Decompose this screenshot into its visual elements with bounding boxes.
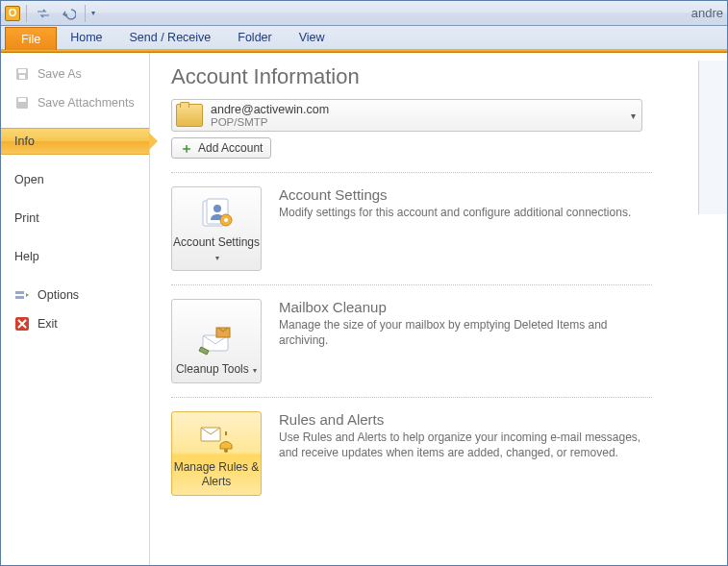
account-settings-button[interactable]: Account Settings ▾	[171, 186, 262, 271]
preview-thumbnail-strip	[698, 61, 727, 214]
section-description: Manage the size of your mailbox by empty…	[279, 317, 652, 348]
account-email: andre@activewin.com	[211, 103, 329, 116]
save-icon	[14, 66, 30, 82]
nav-label: Info	[14, 135, 35, 148]
button-label: Account Settings ▾	[172, 235, 261, 264]
nav-label: Exit	[38, 317, 58, 331]
svg-point-12	[224, 218, 228, 222]
cleanup-tools-icon	[197, 324, 236, 358]
section-description: Modify settings for this account and con…	[279, 205, 652, 220]
qat-customize-toggle[interactable]: ▾	[91, 9, 95, 17]
backstage-nav: Save As Save Attachments Info Open Print…	[1, 53, 150, 565]
undo-icon	[61, 6, 76, 21]
nav-print[interactable]: Print	[1, 205, 149, 232]
nav-label: Help	[14, 250, 39, 263]
attachment-icon	[14, 95, 30, 111]
nav-label: Open	[14, 173, 44, 186]
svg-point-10	[213, 205, 221, 212]
title-bar: O ▾ andre	[1, 1, 727, 26]
ribbon-tab-file[interactable]: File	[5, 27, 57, 50]
chevron-down-icon: ▾	[631, 111, 636, 121]
folder-icon	[176, 104, 203, 127]
svg-rect-4	[18, 98, 26, 102]
account-protocol: POP/SMTP	[211, 116, 329, 128]
nav-exit[interactable]: Exit	[1, 310, 149, 337]
nav-save-attachments: Save Attachments	[1, 89, 149, 116]
window-title: andre	[691, 6, 727, 20]
section-divider	[171, 397, 652, 398]
svg-rect-2	[19, 75, 25, 79]
section-divider	[171, 284, 652, 285]
nav-options[interactable]: Options	[1, 282, 149, 308]
nav-label: Save Attachments	[38, 96, 135, 110]
section-divider	[171, 172, 652, 173]
svg-rect-6	[15, 296, 24, 299]
nav-label: Options	[38, 288, 79, 302]
send-receive-icon	[36, 6, 51, 21]
qat-separator	[26, 5, 27, 22]
svg-rect-17	[225, 431, 227, 435]
account-text: andre@activewin.com POP/SMTP	[211, 103, 329, 128]
ribbon-tab-view[interactable]: View	[286, 26, 339, 49]
svg-point-16	[224, 449, 228, 453]
svg-rect-14	[216, 328, 230, 337]
nav-help[interactable]: Help	[1, 243, 149, 270]
page-title: Account Information	[171, 64, 706, 89]
account-picker[interactable]: andre@activewin.com POP/SMTP ▾	[171, 99, 642, 132]
nav-open[interactable]: Open	[1, 166, 149, 193]
add-account-label: Add Account	[198, 141, 263, 155]
add-account-button[interactable]: ＋ Add Account	[171, 137, 271, 159]
nav-save-as: Save As	[1, 61, 149, 87]
chevron-down-icon: ▾	[251, 366, 257, 375]
svg-rect-1	[18, 69, 26, 73]
cleanup-tools-button[interactable]: Cleanup Tools ▾	[171, 299, 262, 383]
manage-rules-alerts-button[interactable]: Manage Rules & Alerts	[171, 411, 262, 496]
quick-access-toolbar: O ▾	[5, 3, 95, 24]
button-label: Manage Rules & Alerts	[172, 460, 261, 489]
section-mailbox-cleanup: Cleanup Tools ▾ Mailbox Cleanup Manage t…	[171, 299, 652, 383]
ribbon-tab-send-receive[interactable]: Send / Receive	[116, 26, 225, 49]
section-description: Use Rules and Alerts to help organize yo…	[279, 430, 652, 460]
nav-info[interactable]: Info	[1, 128, 149, 155]
plus-icon: ＋	[180, 141, 193, 155]
options-icon	[14, 287, 30, 303]
backstage-view: Save As Save Attachments Info Open Print…	[1, 53, 727, 565]
section-rules-alerts: Manage Rules & Alerts Rules and Alerts U…	[171, 411, 652, 496]
ribbon-tab-home[interactable]: Home	[57, 26, 115, 49]
ribbon-tab-strip: File Home Send / Receive Folder View	[1, 26, 727, 50]
section-title: Account Settings	[279, 186, 652, 203]
button-label: Cleanup Tools ▾	[176, 362, 257, 377]
outlook-app-icon: O	[5, 6, 20, 21]
ribbon-tab-folder[interactable]: Folder	[224, 26, 285, 49]
backstage-content: Account Information andre@activewin.com …	[150, 53, 727, 565]
exit-icon	[14, 316, 30, 332]
undo-qat-button[interactable]	[58, 3, 79, 24]
rules-alerts-icon	[197, 422, 236, 456]
account-settings-icon	[197, 197, 236, 232]
svg-rect-5	[15, 291, 24, 294]
qat-separator	[85, 5, 86, 22]
section-title: Mailbox Cleanup	[279, 299, 652, 315]
section-title: Rules and Alerts	[279, 411, 652, 428]
send-receive-qat-button[interactable]	[33, 3, 54, 24]
section-account-settings: Account Settings ▾ Account Settings Modi…	[171, 186, 652, 271]
nav-label: Save As	[38, 67, 82, 81]
chevron-down-icon: ▾	[215, 254, 219, 262]
nav-label: Print	[14, 211, 39, 225]
